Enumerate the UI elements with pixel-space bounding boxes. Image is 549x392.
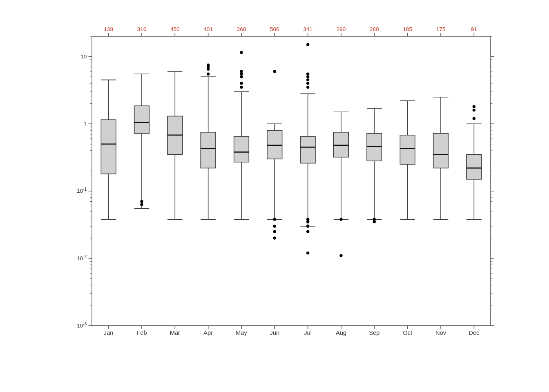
svg-text:341: 341	[303, 26, 312, 32]
svg-text:Dec: Dec	[469, 330, 479, 336]
svg-point-179	[273, 225, 276, 227]
svg-text:260: 260	[370, 26, 379, 32]
svg-text:Mar: Mar	[170, 330, 180, 336]
svg-text:Jan: Jan	[104, 330, 114, 336]
svg-text:Sep: Sep	[369, 330, 379, 336]
svg-point-196	[306, 78, 309, 81]
svg-point-167	[240, 82, 243, 85]
svg-point-181	[273, 236, 276, 239]
svg-point-199	[306, 43, 309, 46]
svg-text:10: 10	[80, 53, 87, 60]
y-axis-label	[50, 18, 66, 353]
svg-point-192	[306, 230, 309, 233]
svg-rect-154	[201, 132, 216, 168]
svg-point-190	[306, 220, 309, 223]
svg-text:91: 91	[471, 26, 477, 32]
svg-text:10-3: 10-3	[77, 321, 87, 329]
svg-point-159	[207, 63, 210, 66]
svg-rect-164	[234, 136, 249, 162]
svg-rect-212	[367, 134, 382, 161]
svg-point-235	[473, 109, 475, 111]
chart-svg: 10-310-210-1110Jan138Feb316Mar450Apr401M…	[66, 18, 499, 350]
svg-text:10-1: 10-1	[77, 187, 87, 194]
svg-text:Aug: Aug	[336, 330, 346, 336]
svg-rect-134	[101, 120, 116, 174]
chart-container: 10-310-210-1110Jan138Feb316Mar450Apr401M…	[50, 16, 499, 376]
svg-text:175: 175	[436, 26, 446, 32]
svg-rect-0	[92, 36, 491, 325]
svg-point-191	[306, 225, 309, 227]
svg-point-171	[240, 51, 243, 54]
svg-point-180	[273, 230, 276, 233]
svg-text:185: 185	[403, 26, 412, 32]
svg-point-234	[473, 117, 475, 120]
svg-point-215	[373, 220, 376, 223]
svg-point-195	[306, 82, 309, 85]
svg-text:401: 401	[203, 26, 213, 32]
svg-rect-226	[433, 134, 449, 168]
svg-rect-204	[334, 132, 349, 157]
svg-point-168	[240, 75, 243, 78]
svg-text:Jun: Jun	[270, 330, 279, 336]
svg-rect-220	[400, 135, 415, 165]
plot-area: 10-310-210-1110Jan138Feb316Mar450Apr401M…	[66, 18, 499, 353]
svg-text:290: 290	[337, 26, 346, 32]
svg-point-236	[473, 105, 475, 108]
svg-point-197	[306, 75, 309, 78]
svg-text:Oct: Oct	[403, 330, 412, 336]
svg-point-194	[306, 86, 309, 89]
svg-point-206	[339, 218, 342, 220]
svg-text:May: May	[236, 330, 247, 336]
svg-text:506: 506	[270, 26, 279, 32]
svg-text:Apr: Apr	[203, 330, 213, 336]
svg-text:316: 316	[137, 26, 147, 32]
svg-text:10-2: 10-2	[77, 254, 87, 261]
svg-point-156	[207, 73, 210, 76]
svg-text:450: 450	[170, 26, 180, 32]
svg-point-178	[273, 218, 276, 220]
svg-point-143	[140, 200, 143, 203]
svg-point-182	[273, 70, 276, 73]
svg-rect-176	[267, 130, 282, 159]
svg-text:Jul: Jul	[304, 330, 312, 336]
svg-text:360: 360	[237, 26, 246, 32]
svg-text:Nov: Nov	[435, 330, 446, 336]
svg-text:Feb: Feb	[136, 330, 147, 336]
svg-point-207	[339, 254, 342, 257]
svg-rect-232	[466, 154, 482, 179]
svg-point-166	[240, 86, 243, 89]
svg-text:138: 138	[104, 26, 113, 32]
svg-rect-140	[134, 106, 150, 134]
svg-text:1: 1	[84, 120, 87, 127]
svg-rect-187	[300, 136, 315, 163]
svg-point-170	[240, 70, 243, 73]
svg-point-142	[140, 203, 143, 206]
svg-point-193	[306, 252, 309, 254]
svg-point-198	[306, 73, 309, 76]
